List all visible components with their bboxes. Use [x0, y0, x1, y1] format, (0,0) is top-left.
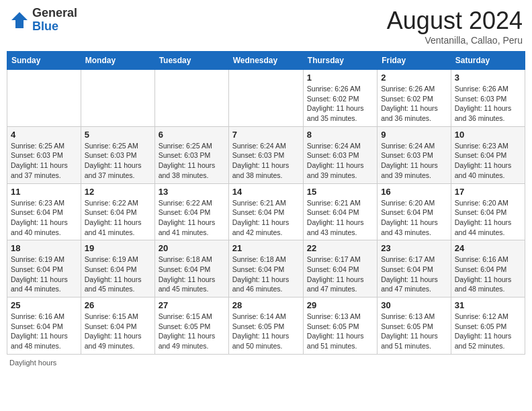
- calendar-cell: 29Sunrise: 6:13 AMSunset: 6:05 PMDayligh…: [303, 298, 377, 355]
- day-info: Sunrise: 6:16 AMSunset: 6:04 PMDaylight:…: [455, 255, 521, 294]
- weekday-header-friday: Friday: [378, 52, 451, 70]
- calendar-cell: 31Sunrise: 6:12 AMSunset: 6:05 PMDayligh…: [451, 298, 525, 355]
- calendar-cell: 23Sunrise: 6:17 AMSunset: 6:04 PMDayligh…: [378, 240, 451, 298]
- day-number: 29: [307, 300, 373, 310]
- day-info: Sunrise: 6:12 AMSunset: 6:05 PMDaylight:…: [455, 312, 521, 351]
- calendar-cell: 3Sunrise: 6:26 AMSunset: 6:03 PMDaylight…: [451, 70, 525, 127]
- day-number: 31: [455, 300, 521, 310]
- day-number: 11: [11, 187, 77, 197]
- calendar-cell: [154, 70, 228, 127]
- day-number: 21: [232, 243, 300, 253]
- day-number: 2: [381, 73, 447, 83]
- calendar-cell: 1Sunrise: 6:26 AMSunset: 6:02 PMDaylight…: [303, 70, 377, 127]
- day-number: 13: [159, 187, 225, 197]
- calendar-cell: 27Sunrise: 6:15 AMSunset: 6:05 PMDayligh…: [154, 298, 228, 355]
- day-info: Sunrise: 6:25 AMSunset: 6:03 PMDaylight:…: [11, 141, 77, 181]
- day-info: Sunrise: 6:26 AMSunset: 6:02 PMDaylight:…: [381, 84, 447, 124]
- day-info: Sunrise: 6:25 AMSunset: 6:03 PMDaylight:…: [85, 141, 151, 181]
- weekday-header-tuesday: Tuesday: [154, 52, 228, 70]
- day-info: Sunrise: 6:20 AMSunset: 6:04 PMDaylight:…: [455, 198, 521, 238]
- day-info: Sunrise: 6:21 AMSunset: 6:04 PMDaylight:…: [232, 198, 300, 238]
- day-number: 7: [232, 130, 300, 140]
- day-info: Sunrise: 6:23 AMSunset: 6:04 PMDaylight:…: [11, 198, 77, 238]
- day-number: 30: [381, 300, 447, 310]
- calendar-cell: 22Sunrise: 6:17 AMSunset: 6:04 PMDayligh…: [303, 240, 377, 298]
- week-row-1: 1Sunrise: 6:26 AMSunset: 6:02 PMDaylight…: [7, 70, 525, 127]
- calendar-cell: 24Sunrise: 6:16 AMSunset: 6:04 PMDayligh…: [451, 240, 525, 298]
- weekday-header-thursday: Thursday: [303, 52, 377, 70]
- day-number: 22: [307, 243, 373, 253]
- day-info: Sunrise: 6:19 AMSunset: 6:04 PMDaylight:…: [11, 255, 77, 294]
- calendar-cell: [7, 70, 81, 127]
- calendar-cell: 4Sunrise: 6:25 AMSunset: 6:03 PMDaylight…: [7, 126, 81, 183]
- day-info: Sunrise: 6:23 AMSunset: 6:04 PMDaylight:…: [455, 141, 521, 181]
- day-info: Sunrise: 6:17 AMSunset: 6:04 PMDaylight:…: [381, 255, 447, 294]
- day-info: Sunrise: 6:21 AMSunset: 6:04 PMDaylight:…: [307, 198, 373, 238]
- day-info: Sunrise: 6:18 AMSunset: 6:04 PMDaylight:…: [159, 255, 225, 294]
- day-info: Sunrise: 6:15 AMSunset: 6:05 PMDaylight:…: [159, 312, 225, 351]
- calendar-cell: 2Sunrise: 6:26 AMSunset: 6:02 PMDaylight…: [378, 70, 451, 127]
- calendar-cell: 26Sunrise: 6:15 AMSunset: 6:04 PMDayligh…: [81, 298, 154, 355]
- calendar-cell: [228, 70, 303, 127]
- calendar-cell: 30Sunrise: 6:13 AMSunset: 6:05 PMDayligh…: [378, 298, 451, 355]
- day-number: 20: [159, 243, 225, 253]
- calendar-table: SundayMondayTuesdayWednesdayThursdayFrid…: [7, 51, 525, 355]
- day-info: Sunrise: 6:22 AMSunset: 6:04 PMDaylight:…: [159, 198, 225, 238]
- day-info: Sunrise: 6:22 AMSunset: 6:04 PMDaylight:…: [85, 198, 151, 238]
- calendar-cell: 10Sunrise: 6:23 AMSunset: 6:04 PMDayligh…: [451, 126, 525, 183]
- day-info: Sunrise: 6:25 AMSunset: 6:03 PMDaylight:…: [159, 141, 225, 181]
- day-number: 1: [307, 73, 373, 83]
- day-info: Sunrise: 6:20 AMSunset: 6:04 PMDaylight:…: [381, 198, 447, 238]
- calendar-cell: 14Sunrise: 6:21 AMSunset: 6:04 PMDayligh…: [228, 183, 303, 240]
- day-info: Sunrise: 6:16 AMSunset: 6:04 PMDaylight:…: [11, 312, 77, 351]
- weekday-header-row: SundayMondayTuesdayWednesdayThursdayFrid…: [7, 52, 525, 70]
- day-number: 4: [11, 130, 77, 140]
- month-year-title: August 2024: [387, 7, 523, 35]
- day-number: 27: [159, 300, 225, 310]
- week-row-4: 18Sunrise: 6:19 AMSunset: 6:04 PMDayligh…: [7, 240, 525, 298]
- calendar-cell: 7Sunrise: 6:24 AMSunset: 6:03 PMDaylight…: [228, 126, 303, 183]
- svg-marker-0: [11, 12, 28, 28]
- day-number: 26: [85, 300, 151, 310]
- weekday-header-wednesday: Wednesday: [228, 52, 303, 70]
- day-number: 5: [85, 130, 151, 140]
- day-number: 9: [381, 130, 447, 140]
- day-number: 6: [159, 130, 225, 140]
- calendar-cell: 9Sunrise: 6:24 AMSunset: 6:03 PMDaylight…: [378, 126, 451, 183]
- day-number: 18: [11, 243, 77, 253]
- day-info: Sunrise: 6:17 AMSunset: 6:04 PMDaylight:…: [307, 255, 373, 294]
- page-header: General Blue August 2024 Ventanilla, Cal…: [7, 7, 525, 46]
- calendar-cell: 19Sunrise: 6:19 AMSunset: 6:04 PMDayligh…: [81, 240, 154, 298]
- day-number: 3: [455, 73, 521, 83]
- weekday-header-sunday: Sunday: [7, 52, 81, 70]
- day-info: Sunrise: 6:13 AMSunset: 6:05 PMDaylight:…: [381, 312, 447, 351]
- day-info: Sunrise: 6:24 AMSunset: 6:03 PMDaylight:…: [307, 141, 373, 181]
- day-number: 12: [85, 187, 151, 197]
- footer: Daylight hours: [7, 359, 525, 367]
- week-row-5: 25Sunrise: 6:16 AMSunset: 6:04 PMDayligh…: [7, 298, 525, 355]
- week-row-2: 4Sunrise: 6:25 AMSunset: 6:03 PMDaylight…: [7, 126, 525, 183]
- day-number: 10: [455, 130, 521, 140]
- day-info: Sunrise: 6:19 AMSunset: 6:04 PMDaylight:…: [85, 255, 151, 294]
- day-info: Sunrise: 6:24 AMSunset: 6:03 PMDaylight:…: [232, 141, 300, 181]
- day-number: 8: [307, 130, 373, 140]
- calendar-cell: 8Sunrise: 6:24 AMSunset: 6:03 PMDaylight…: [303, 126, 377, 183]
- day-number: 17: [455, 187, 521, 197]
- weekday-header-saturday: Saturday: [451, 52, 525, 70]
- calendar-cell: 15Sunrise: 6:21 AMSunset: 6:04 PMDayligh…: [303, 183, 377, 240]
- week-row-3: 11Sunrise: 6:23 AMSunset: 6:04 PMDayligh…: [7, 183, 525, 240]
- calendar-cell: 13Sunrise: 6:22 AMSunset: 6:04 PMDayligh…: [154, 183, 228, 240]
- location-subtitle: Ventanilla, Callao, Peru: [387, 35, 523, 46]
- calendar-cell: 12Sunrise: 6:22 AMSunset: 6:04 PMDayligh…: [81, 183, 154, 240]
- day-number: 28: [232, 300, 300, 310]
- calendar-cell: 25Sunrise: 6:16 AMSunset: 6:04 PMDayligh…: [7, 298, 81, 355]
- day-number: 23: [381, 243, 447, 253]
- day-number: 25: [11, 300, 77, 310]
- daylight-label: Daylight hours: [9, 359, 56, 367]
- day-info: Sunrise: 6:26 AMSunset: 6:03 PMDaylight:…: [455, 84, 521, 124]
- calendar-cell: 6Sunrise: 6:25 AMSunset: 6:03 PMDaylight…: [154, 126, 228, 183]
- calendar-cell: 5Sunrise: 6:25 AMSunset: 6:03 PMDaylight…: [81, 126, 154, 183]
- day-info: Sunrise: 6:18 AMSunset: 6:04 PMDaylight:…: [232, 255, 300, 294]
- day-number: 19: [85, 243, 151, 253]
- day-info: Sunrise: 6:13 AMSunset: 6:05 PMDaylight:…: [307, 312, 373, 351]
